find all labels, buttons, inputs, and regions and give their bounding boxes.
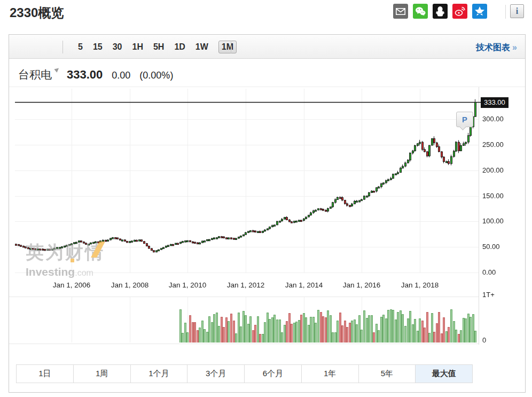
- range-button-2[interactable]: 1个月: [130, 365, 187, 383]
- date-tick-label: Jan 1, 2018: [396, 281, 444, 289]
- price-tick-label: 50.00: [482, 243, 500, 251]
- range-button-6[interactable]: 5年: [358, 365, 416, 383]
- range-button-1[interactable]: 1周: [73, 365, 130, 383]
- price-chart-canvas[interactable]: [0, 0, 532, 397]
- price-tick-label: 0.00: [482, 268, 496, 276]
- date-tick-label: Jan 1, 2016: [338, 281, 386, 289]
- price-tick-label: 100.00: [482, 217, 504, 225]
- range-button-0[interactable]: 1日: [17, 365, 73, 383]
- price-tick-label: 200.00: [482, 166, 504, 174]
- range-bar: 1日1周1个月3个月6个月1年5年最大值: [16, 364, 473, 383]
- price-tick-label: 250.00: [482, 141, 504, 149]
- date-tick-label: Jan 1, 2014: [280, 281, 328, 289]
- range-button-4[interactable]: 6个月: [244, 365, 301, 383]
- price-tick-label: 300.00: [482, 115, 504, 123]
- stock-overview-page: 2330概览 i: [0, 0, 532, 397]
- range-button-7[interactable]: 最大值: [415, 365, 472, 383]
- date-tick-label: Jan 1, 2006: [48, 281, 96, 289]
- current-price-axis-label: 333.00: [481, 97, 508, 108]
- volume-axis-bottom-label: 0: [482, 336, 486, 344]
- position-marker-badge[interactable]: P: [456, 112, 473, 127]
- price-tick-label: 150.00: [482, 192, 504, 200]
- date-tick-label: Jan 1, 2008: [106, 281, 154, 289]
- date-tick-label: Jan 1, 2010: [163, 281, 212, 289]
- range-button-3[interactable]: 3个月: [187, 365, 244, 383]
- volume-axis-top-label: 1T+: [482, 291, 495, 299]
- range-button-5[interactable]: 1年: [301, 365, 358, 383]
- date-tick-label: Jan 1, 2012: [222, 281, 270, 289]
